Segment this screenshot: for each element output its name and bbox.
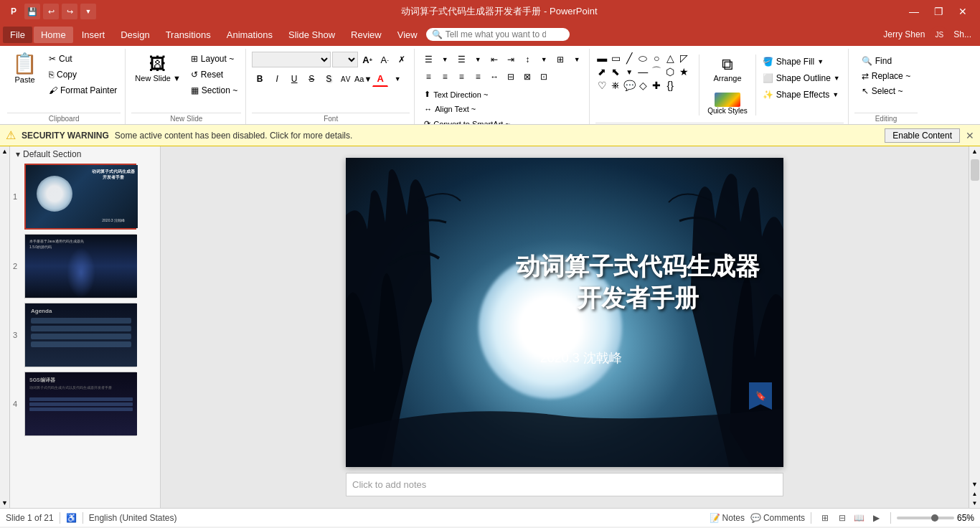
shape-line[interactable]: ╱ bbox=[623, 52, 636, 65]
align-text-button[interactable]: ↔ Align Text ~ bbox=[420, 103, 479, 116]
restore-button[interactable]: ❐ bbox=[927, 2, 950, 21]
accessibility-icon[interactable]: ♿ bbox=[66, 513, 77, 523]
column-button[interactable]: ⊞ bbox=[552, 52, 568, 67]
scroll-down-button[interactable]: ▼ bbox=[0, 498, 9, 508]
align-left-button[interactable]: ≡ bbox=[420, 69, 436, 85]
bold-button[interactable]: B bbox=[252, 71, 268, 87]
new-slide-button[interactable]: 🖼 New Slide ▼ bbox=[131, 52, 184, 85]
text-direction-button[interactable]: ⬆ Text Direction ~ bbox=[420, 88, 491, 101]
shape-diamond[interactable]: ◇ bbox=[636, 79, 649, 92]
slide-subtitle[interactable]: 2020.3 沈戟峰 bbox=[540, 349, 622, 367]
increase-indent-button[interactable]: ⇥ bbox=[503, 52, 519, 67]
replace-button[interactable]: ⇄ Replace ~ bbox=[859, 70, 913, 82]
tell-me-input[interactable] bbox=[446, 29, 546, 39]
animations-tab[interactable]: Animations bbox=[220, 27, 280, 43]
reading-view-button[interactable]: 📖 bbox=[852, 510, 867, 526]
language-indicator[interactable]: English (United States) bbox=[89, 513, 177, 523]
shape-fill-button[interactable]: 🪣 Shape Fill ▼ bbox=[759, 55, 844, 69]
shape-outline-button[interactable]: ⬜ Shape Outline ▼ bbox=[759, 71, 844, 85]
shape-circle[interactable]: ○ bbox=[650, 52, 663, 65]
shape-fill-dropdown[interactable]: ▼ bbox=[817, 58, 824, 65]
shape-curve[interactable]: ⌒ bbox=[650, 65, 663, 78]
home-tab[interactable]: Home bbox=[34, 27, 73, 43]
font-color-dropdown[interactable]: ▼ bbox=[390, 71, 405, 87]
close-button[interactable]: ✕ bbox=[951, 2, 974, 21]
shape-effects-dropdown[interactable]: ▼ bbox=[832, 91, 839, 98]
slide-thumb-3[interactable]: 3 Agenda bbox=[24, 303, 154, 367]
shape-rtri[interactable]: ◸ bbox=[677, 52, 690, 65]
column-dropdown[interactable]: ▼ bbox=[569, 52, 585, 67]
shape-tri[interactable]: △ bbox=[664, 52, 677, 65]
shape-rect2[interactable]: ▭ bbox=[609, 52, 622, 65]
scroll-section-down[interactable]: ▼ bbox=[971, 499, 979, 508]
font-size-select[interactable] bbox=[332, 52, 358, 67]
slide-sorter-button[interactable]: ⊟ bbox=[834, 510, 850, 526]
notes-area[interactable]: Click to add notes bbox=[346, 473, 783, 496]
scroll-section-up[interactable]: ▲ bbox=[971, 489, 979, 499]
increase-font-button[interactable]: A+ bbox=[359, 52, 375, 67]
change-case-button[interactable]: Aa▼ bbox=[355, 71, 371, 87]
slide-thumb-1[interactable]: 1 动词算子式代码生成器开发者手册 2020.3 沈戟峰 bbox=[24, 164, 154, 230]
default-section-header[interactable]: ▾ Default Section bbox=[10, 146, 160, 162]
canvas-area[interactable]: 动词算子式代码生成器 开发者手册 2020.3 沈戟峰 🔖 Click to a… bbox=[161, 146, 969, 508]
rtl-button[interactable]: ↔ bbox=[486, 69, 502, 85]
clear-format-button[interactable]: ✗ bbox=[394, 52, 410, 67]
shape-poly[interactable]: ⬡ bbox=[664, 65, 677, 78]
slide-main-title[interactable]: 动词算子式代码生成器 开发者手册 bbox=[516, 250, 760, 314]
convert-smartart-button[interactable]: ⟳ Convert to SmartArt ~ bbox=[420, 117, 514, 124]
quick-styles-button[interactable]: Quick Styles bbox=[702, 89, 753, 118]
insert-tab[interactable]: Insert bbox=[75, 27, 113, 43]
shape-banner[interactable]: ⛯ bbox=[609, 79, 622, 92]
section-button[interactable]: ▦ Section ~ bbox=[187, 83, 241, 98]
cut-button[interactable]: ✂ Cut bbox=[45, 52, 121, 66]
shape-more[interactable]: ▼ bbox=[623, 65, 636, 78]
shape-rect[interactable]: ▬ bbox=[595, 52, 608, 65]
para-icon2[interactable]: ⊟ bbox=[503, 69, 519, 85]
enable-content-button[interactable]: Enable Content bbox=[885, 128, 960, 143]
numbering-button[interactable]: ☰ bbox=[453, 52, 469, 67]
review-tab[interactable]: Review bbox=[344, 27, 389, 43]
normal-view-button[interactable]: ⊞ bbox=[817, 510, 833, 526]
char-spacing-button[interactable]: AV bbox=[338, 71, 354, 87]
canvas-scroll-down[interactable]: ▼ bbox=[970, 479, 979, 489]
notes-button[interactable]: 📝 Notes bbox=[710, 513, 745, 523]
justify-button[interactable]: ≡ bbox=[470, 69, 486, 85]
bullet-dropdown[interactable]: ▼ bbox=[437, 52, 453, 67]
zoom-slider[interactable] bbox=[897, 517, 954, 519]
transitions-tab[interactable]: Transitions bbox=[159, 27, 218, 43]
italic-button[interactable]: I bbox=[269, 71, 285, 87]
canvas-scroll-up[interactable]: ▲ bbox=[970, 146, 979, 156]
line-spacing-button[interactable]: ↕ bbox=[519, 52, 535, 67]
select-button[interactable]: ↖ Select ~ bbox=[859, 85, 913, 98]
line-spacing-dropdown[interactable]: ▼ bbox=[536, 52, 552, 67]
shape-call[interactable]: 💬 bbox=[623, 79, 636, 92]
shape-outline-dropdown[interactable]: ▼ bbox=[834, 75, 840, 82]
find-button[interactable]: 🔍 Find bbox=[859, 55, 913, 67]
underline-button[interactable]: U bbox=[286, 71, 302, 87]
slideshow-tab[interactable]: Slide Show bbox=[281, 27, 342, 43]
shape-bracket[interactable]: {} bbox=[664, 79, 677, 92]
para-icon4[interactable]: ⊡ bbox=[536, 69, 552, 85]
slide-thumb-4[interactable]: 4 SGS编译器 动词算子式代码生成方式以及代码生成器开发者手册 bbox=[24, 372, 154, 436]
view-tab[interactable]: View bbox=[390, 27, 425, 43]
shape-oval[interactable]: ⬭ bbox=[636, 52, 649, 65]
shape-star[interactable]: ★ bbox=[677, 65, 690, 78]
decrease-font-button[interactable]: A- bbox=[377, 52, 392, 67]
paste-button[interactable]: 📋 Paste bbox=[7, 52, 42, 86]
shape-arrow-r[interactable]: ⬈ bbox=[595, 65, 608, 78]
right-scrollbar[interactable]: ▲ ▼ ▲ ▼ bbox=[969, 146, 980, 508]
quick-access-arrow[interactable]: ▼ bbox=[80, 4, 96, 19]
slide-thumb-2[interactable]: 2 本手册基于Java通用代码生成器先1.5.0的源代码 bbox=[24, 234, 154, 298]
reset-button[interactable]: ↺ Reset bbox=[187, 67, 241, 82]
quick-access-3[interactable]: ↪ bbox=[62, 4, 77, 19]
shape-effects-button[interactable]: ✨ Shape Effects ▼ bbox=[759, 88, 844, 102]
shape-heart[interactable]: ♡ bbox=[595, 79, 608, 92]
text-shadow-button[interactable]: S bbox=[321, 71, 336, 87]
numbering-dropdown[interactable]: ▼ bbox=[470, 52, 486, 67]
font-family-select[interactable] bbox=[252, 52, 331, 67]
slideshow-button[interactable]: ▶ bbox=[869, 510, 885, 526]
quick-access-1[interactable]: 💾 bbox=[24, 4, 40, 19]
close-warning-button[interactable]: ✕ bbox=[966, 130, 974, 141]
shape-plus[interactable]: ✚ bbox=[650, 79, 663, 92]
align-center-button[interactable]: ≡ bbox=[437, 69, 453, 85]
